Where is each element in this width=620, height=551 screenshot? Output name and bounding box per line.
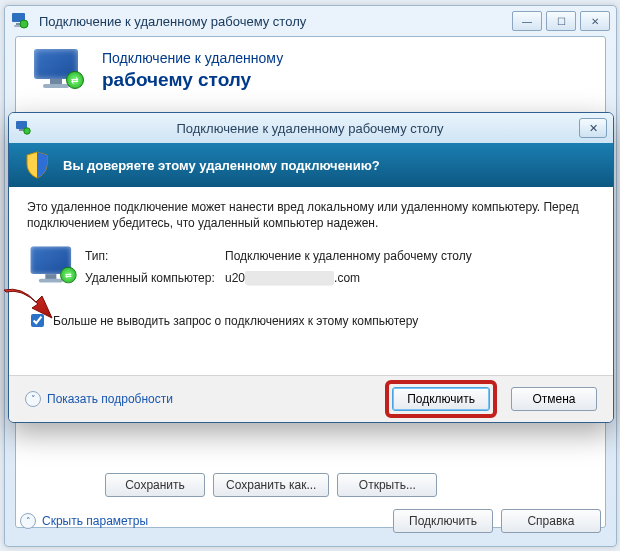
dialog-footer: ˅ Показать подробности Подключить Отмена bbox=[9, 375, 613, 422]
dialog-app-icon bbox=[15, 120, 31, 136]
label-type: Тип: bbox=[85, 249, 225, 263]
remote-pc-suffix: .com bbox=[334, 271, 360, 285]
window-controls: — ☐ ✕ bbox=[508, 11, 610, 31]
chevron-down-icon: ˅ bbox=[25, 391, 41, 407]
dialog-question-band: Вы доверяете этому удаленному подключени… bbox=[9, 143, 613, 187]
remote-pc-masked: ██████████ bbox=[245, 271, 334, 285]
hide-params-toggle[interactable]: ˄ Скрыть параметры bbox=[20, 513, 148, 529]
dialog-connect-button[interactable]: Подключить bbox=[392, 387, 490, 411]
highlight-ring: Подключить bbox=[385, 380, 497, 418]
help-button[interactable]: Справка bbox=[501, 509, 601, 533]
minimize-button[interactable]: — bbox=[512, 11, 542, 31]
label-remote-pc: Удаленный компьютер: bbox=[85, 271, 225, 285]
dialog-question: Вы доверяете этому удаленному подключени… bbox=[63, 158, 380, 173]
banner-line2: рабочему столу bbox=[102, 69, 283, 92]
connection-badge-icon: ⇄ bbox=[60, 267, 77, 284]
footer-row: ˄ Скрыть параметры Подключить Справка bbox=[20, 509, 601, 533]
dialog-cancel-button[interactable]: Отмена bbox=[511, 387, 597, 411]
main-connect-button[interactable]: Подключить bbox=[393, 509, 493, 533]
value-type: Подключение к удаленному рабочему столу bbox=[225, 249, 472, 263]
show-details-toggle[interactable]: ˅ Показать подробности bbox=[25, 391, 173, 407]
banner-line1: Подключение к удаленному bbox=[102, 50, 283, 66]
main-window-title: Подключение к удаленному рабочему столу bbox=[39, 14, 508, 29]
dialog-titlebar: Подключение к удаленному рабочему столу … bbox=[9, 113, 613, 143]
connection-info: ⇄ Тип: Подключение к удаленному рабочему… bbox=[27, 245, 595, 285]
show-details-label: Показать подробности bbox=[47, 392, 173, 406]
banner-heading: Подключение к удаленному рабочему столу bbox=[102, 50, 283, 92]
shield-icon bbox=[25, 151, 49, 179]
svg-point-6 bbox=[24, 128, 30, 134]
maximize-button[interactable]: ☐ bbox=[546, 11, 576, 31]
hide-params-label: Скрыть параметры bbox=[42, 514, 148, 528]
main-titlebar: Подключение к удаленному рабочему столу … bbox=[5, 6, 616, 36]
info-grid: Тип: Подключение к удаленному рабочему с… bbox=[85, 249, 472, 285]
settings-buttons-row: Сохранить Сохранить как... Открыть... bbox=[20, 473, 601, 497]
remote-pc-prefix: u20 bbox=[225, 271, 245, 285]
svg-rect-5 bbox=[19, 129, 24, 131]
value-remote-pc: u20██████████.com bbox=[225, 271, 472, 285]
dialog-body: Это удаленное подключение может нанести … bbox=[9, 187, 613, 330]
open-button[interactable]: Открыть... bbox=[337, 473, 437, 497]
dont-ask-again-label: Больше не выводить запрос о подключениях… bbox=[53, 314, 418, 328]
close-button[interactable]: ✕ bbox=[580, 11, 610, 31]
rdp-monitor-icon: ⇄ bbox=[32, 49, 88, 93]
dont-ask-again-checkbox[interactable] bbox=[31, 314, 44, 327]
app-banner: ⇄ Подключение к удаленному рабочему стол… bbox=[16, 37, 605, 101]
dialog-close-button[interactable]: ✕ bbox=[579, 118, 607, 138]
dialog-title: Подключение к удаленному рабочему столу bbox=[41, 121, 579, 136]
trust-connection-dialog: Подключение к удаленному рабочему столу … bbox=[8, 112, 614, 423]
main-bottom-area: Сохранить Сохранить как... Открыть... ˄ … bbox=[20, 473, 601, 533]
connection-badge-icon: ⇄ bbox=[66, 71, 84, 89]
app-icon bbox=[11, 12, 29, 30]
warning-text: Это удаленное подключение может нанести … bbox=[27, 199, 595, 231]
dont-ask-again-row[interactable]: Больше не выводить запрос о подключениях… bbox=[27, 311, 595, 330]
save-button[interactable]: Сохранить bbox=[105, 473, 205, 497]
dialog-button-row: Подключить Отмена bbox=[385, 380, 597, 418]
save-as-button[interactable]: Сохранить как... bbox=[213, 473, 329, 497]
rdp-monitor-icon-small: ⇄ bbox=[29, 247, 69, 282]
chevron-up-icon: ˄ bbox=[20, 513, 36, 529]
svg-point-3 bbox=[20, 20, 28, 28]
